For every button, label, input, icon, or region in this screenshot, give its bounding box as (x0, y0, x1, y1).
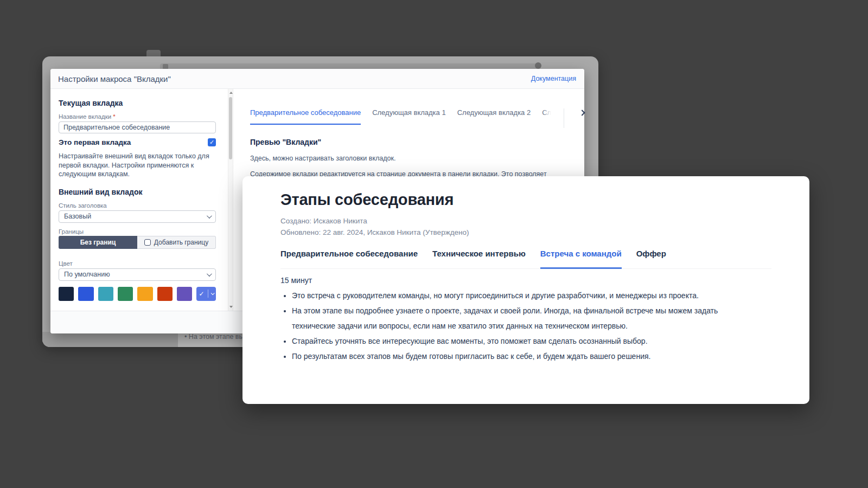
dimmed-page-margin (42, 332, 178, 347)
chevron-down-icon (207, 271, 212, 277)
color-swatch-purple[interactable] (177, 287, 192, 301)
scrollbar-thumb[interactable] (229, 97, 232, 159)
list-item: Это встреча с руководителем команды, но … (292, 288, 723, 303)
dimmed-avatar-icon (535, 62, 541, 69)
preview-heading: Превью "Вкладки" (250, 138, 584, 146)
color-swatch-teal[interactable] (98, 287, 113, 301)
current-tab-section-title: Текущая вкладка (59, 99, 216, 107)
chevron-down-icon (207, 213, 212, 219)
add-border-checkbox[interactable] (144, 239, 151, 246)
scroll-up-arrow-icon[interactable] (229, 92, 233, 94)
borders-toggle: Без границ Добавить границу (59, 236, 216, 249)
add-border-segment[interactable]: Добавить границу (137, 236, 216, 249)
color-label: Цвет (59, 260, 216, 267)
dialog-header: Настройки макроса "Вкладки" Документация (50, 69, 584, 89)
list-item: По результатам всех этапов мы будем гото… (292, 349, 723, 364)
card-tab-bar: Предварительное собеседование Техническо… (280, 249, 771, 269)
chevron-right-icon (579, 110, 585, 115)
color-select[interactable]: По умолчанию (59, 268, 216, 281)
color-swatch-blue[interactable] (78, 287, 93, 301)
card-tab-technical[interactable]: Техническое интервью (432, 249, 526, 268)
check-icon: ✓ (199, 290, 205, 298)
preview-tab-bar: Предварительное собеседование Следующая … (250, 108, 584, 128)
duration-text: 15 минут (280, 276, 771, 285)
tabs-scroll-right-button[interactable] (580, 111, 584, 115)
check-icon: ✓ (209, 139, 214, 146)
required-asterisk: * (113, 113, 115, 120)
dialog-title: Настройки макроса "Вкладки" (58, 74, 171, 84)
bullet-list: Это встреча с руководителем команды, но … (280, 288, 723, 364)
first-tab-checkbox[interactable]: ✓ (208, 138, 216, 146)
split-divider (208, 290, 208, 298)
header-style-select[interactable]: Базовый (59, 210, 216, 223)
page-title: Этапы собеседования (280, 191, 771, 209)
first-tab-hint: Настраивайте внешний вид вкладок только … (59, 152, 216, 179)
color-swatch-row: ✓ (59, 287, 216, 301)
card-tab-preliminary[interactable]: Предварительное собеседование (280, 249, 418, 268)
add-border-label: Добавить границу (154, 239, 208, 246)
preview-paragraph-1: Здесь, можно настраивать заголовки вклад… (250, 155, 576, 162)
preview-tab-4[interactable]: Следующ (542, 108, 551, 124)
preview-tab-3[interactable]: Следующая вкладка 2 (457, 108, 531, 124)
color-swatch-green[interactable] (118, 287, 133, 301)
settings-panel: Текущая вкладка Название вкладки * Предв… (50, 89, 233, 311)
page-meta: Создано: Искаков Никита Обновлено: 22 ав… (280, 215, 771, 238)
created-line: Создано: Искаков Никита (280, 215, 771, 227)
chevron-down-icon (210, 291, 214, 295)
card-tab-offer[interactable]: Оффер (636, 249, 666, 268)
list-item: Старайтесь уточнять все интересующие вас… (292, 333, 723, 349)
settings-scrollbar[interactable] (228, 89, 233, 311)
tab-name-label: Название вкладки * (59, 113, 216, 120)
tab-name-input[interactable]: Предварительное собеседование (59, 121, 216, 133)
preview-tab-1[interactable]: Предварительное собеседование (250, 108, 361, 125)
truncation-fade (542, 108, 551, 124)
color-select-value: По умолчанию (64, 271, 110, 278)
borders-label: Границы (59, 228, 216, 235)
color-swatch-navy[interactable] (59, 287, 74, 301)
header-style-value: Базовый (64, 213, 91, 220)
first-tab-label: Это первая вкладка (59, 138, 131, 146)
header-style-label: Стиль заголовка (59, 202, 216, 209)
scroll-down-arrow-icon[interactable] (229, 306, 233, 308)
list-item: На этом этапе вы подробнее узнаете о про… (292, 303, 723, 333)
no-border-segment[interactable]: Без границ (59, 236, 137, 249)
interview-stages-card: Этапы собеседования Создано: Искаков Ник… (242, 176, 809, 404)
color-swatch-red[interactable] (157, 287, 173, 301)
appearance-section-title: Внешний вид вкладок (59, 188, 216, 196)
card-tab-team-meeting[interactable]: Встреча с командой (540, 249, 622, 269)
preview-tab-2[interactable]: Следующая вкладка 1 (372, 108, 446, 124)
color-swatch-orange[interactable] (137, 287, 152, 301)
apply-color-split-button[interactable]: ✓ (196, 287, 216, 301)
documentation-link[interactable]: Документация (531, 75, 576, 82)
updated-line: Обновлено: 22 авг. 2024, Искаков Никита … (280, 227, 771, 238)
